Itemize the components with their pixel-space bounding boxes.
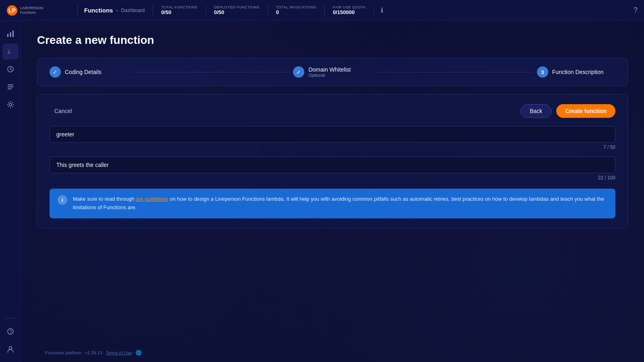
form-actions: Cancel Back Create function [50,104,615,118]
sidebar-item-history[interactable] [2,61,19,77]
function-name-group: 7 / 50 [50,126,615,150]
stat-deployed-functions: DEPLOYED FUNCTIONS 0/50 [206,5,268,15]
sidebar-item-analytics[interactable] [2,26,19,42]
step-divider-2 [376,72,533,72]
svg-text:LP: LP [8,7,16,14]
globe-icon: 🌐 [136,350,142,356]
step-label-description: Function Description [552,69,604,75]
back-button[interactable]: Back [520,104,551,118]
function-description-group: 22 / 100 [50,156,615,181]
info-text-before: Make sure to read through [73,196,136,202]
info-box-icon: i [58,195,67,205]
step-number-description: 3 [537,66,548,78]
sidebar-item-user[interactable] [2,341,19,357]
svg-rect-3 [10,32,11,37]
stat-fair-use-quota: FAIR USE QUOTA 0/150000 [324,5,374,15]
cancel-button[interactable]: Cancel [50,105,77,117]
help-nav-icon[interactable]: ? [634,6,638,14]
create-function-button[interactable]: Create function [556,104,615,118]
stat-total-invocations: TOTAL INVOCATIONS 0 [268,5,324,15]
stat-label-deployed-functions: DEPLOYED FUNCTIONS [214,5,260,9]
liveperson-logo-icon: LP [6,5,18,16]
info-box: i Make sure to read through our guidelin… [50,189,615,218]
brand-name: LIVEPERSON [20,6,43,10]
form-action-right: Back Create function [520,104,615,118]
nav-sub: Dashboard [121,8,145,13]
nav-title: Functions [84,7,113,14]
sidebar-item-help[interactable]: ? [2,323,19,339]
nav-breadcrumb: Functions › Dashboard [84,7,144,14]
svg-rect-4 [12,31,14,37]
top-nav: LP LIVEPERSON Functions Functions › Dash… [0,0,644,21]
function-description-input[interactable] [50,156,615,173]
svg-point-13 [9,347,12,350]
logo-area: LP LIVEPERSON Functions [6,5,71,16]
sidebar: λ ? [0,21,21,362]
sidebar-item-settings[interactable] [2,97,19,113]
sidebar-item-logs[interactable] [2,79,19,95]
form-card: Cancel Back Create function 7 / 50 22 / … [37,94,628,228]
svg-point-10 [9,103,12,106]
info-box-text: Make sure to read through our guidelines… [73,195,607,212]
stat-value-fair-use-quota: 0/150000 [333,9,366,15]
sidebar-item-functions[interactable]: λ [2,43,19,60]
svg-rect-2 [7,34,8,37]
svg-text:?: ? [9,329,12,335]
info-icon[interactable]: ℹ [374,6,390,14]
steps-container: ✓ Coding Details ✓ Domain Whitelist Opti… [37,58,628,86]
stat-value-total-invocations: 0 [276,9,316,15]
nav-chevron-icon: › [116,8,118,13]
main-layout: λ ? Create a new function ✓ Coding Detai… [0,21,644,362]
sidebar-divider [4,318,17,319]
stat-label-total-functions: TOTAL FUNCTIONS [161,5,197,9]
page-title: Create a new function [37,34,628,47]
footer: Functions platform · v1.28.13 · Terms of… [45,350,142,356]
step-divider-1 [132,72,289,72]
step-sub-domain: Optional [308,73,351,78]
svg-rect-9 [8,88,12,89]
svg-rect-8 [8,86,13,87]
step-function-description: 3 Function Description [537,66,615,78]
nav-separator [77,4,78,16]
step-check-coding: ✓ [50,66,61,78]
main-content: Create a new function ✓ Coding Details ✓… [21,21,644,362]
function-name-input[interactable] [50,126,615,143]
stat-label-total-invocations: TOTAL INVOCATIONS [276,5,316,9]
step-label-domain: Domain Whitelist [308,66,351,73]
info-guidelines-link[interactable]: our guidelines [136,196,168,202]
step-domain-whitelist: ✓ Domain Whitelist Optional [293,66,372,78]
brand-sub: Functions [20,10,43,15]
stat-value-deployed-functions: 0/50 [214,9,260,15]
svg-rect-7 [8,84,13,85]
stat-total-functions: TOTAL FUNCTIONS 0/50 [153,5,205,15]
description-char-count: 22 / 100 [50,175,615,181]
svg-text:λ: λ [7,49,10,55]
stat-label-fair-use-quota: FAIR USE QUOTA [333,5,366,9]
nav-stats: TOTAL FUNCTIONS 0/50 DEPLOYED FUNCTIONS … [153,5,389,15]
footer-text: Functions platform · v1.28.13 · [45,350,106,355]
step-check-domain: ✓ [293,66,304,78]
stat-value-total-functions: 0/50 [161,9,197,15]
step-label-coding: Coding Details [65,69,101,75]
terms-of-use-link[interactable]: Terms of Use [106,350,132,355]
step-coding-details: ✓ Coding Details [50,66,128,78]
name-char-count: 7 / 50 [50,144,615,150]
